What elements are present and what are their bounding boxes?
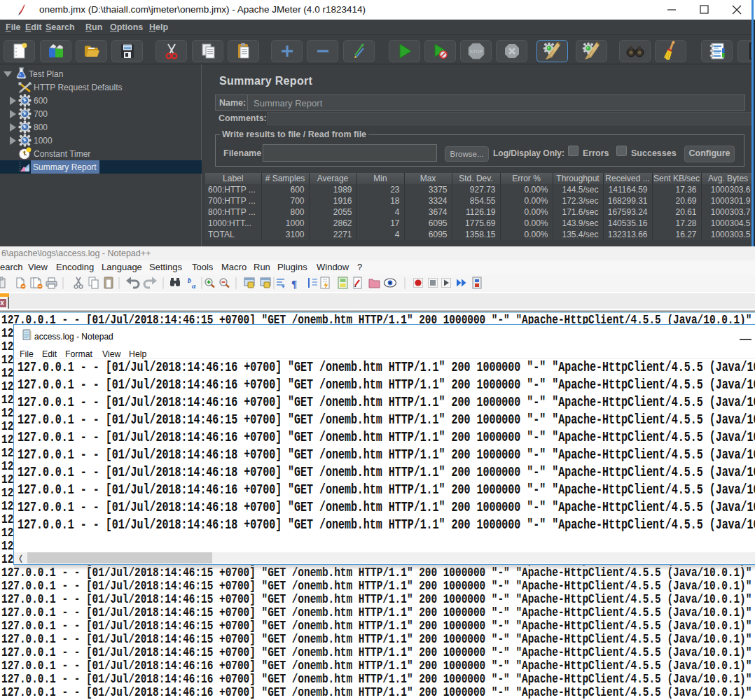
svg-text:b: b: [188, 276, 191, 284]
svg-text:¶: ¶: [291, 279, 297, 290]
svg-text:a: a: [192, 281, 196, 290]
svg-text:STOP: STOP: [469, 49, 483, 54]
